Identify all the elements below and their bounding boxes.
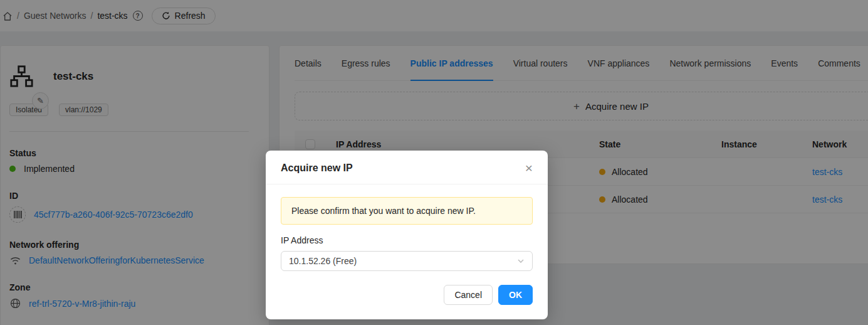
cancel-button[interactable]: Cancel bbox=[444, 285, 493, 305]
ip-address-selected-value: 10.1.52.26 (Free) bbox=[289, 256, 357, 266]
ip-address-select[interactable]: 10.1.52.26 (Free) bbox=[281, 251, 533, 271]
confirm-alert: Please confirm that you want to acquire … bbox=[281, 197, 533, 225]
close-icon[interactable]: × bbox=[525, 161, 533, 174]
ip-address-field-label: IP Address bbox=[281, 235, 533, 245]
modal-title: Acquire new IP bbox=[281, 162, 353, 174]
ok-button[interactable]: OK bbox=[498, 285, 533, 305]
page: / Guest Networks / test-cks ? Refresh te… bbox=[0, 0, 868, 325]
chevron-down-icon bbox=[517, 257, 525, 265]
acquire-new-ip-modal: Acquire new IP × Please confirm that you… bbox=[266, 151, 548, 319]
confirm-alert-message: Please confirm that you want to acquire … bbox=[291, 206, 476, 216]
